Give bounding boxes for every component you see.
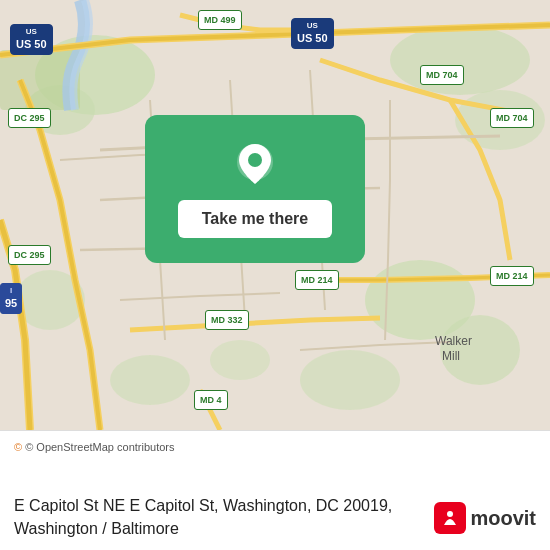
md499-badge: MD 499 [198,10,242,30]
svg-point-15 [248,153,262,167]
moovit-icon [434,502,466,534]
us50-right-badge: US US 50 [291,18,334,49]
svg-point-11 [210,340,270,380]
info-bar: © © OpenStreetMap contributors E Capitol… [0,430,550,550]
svg-text:Walker: Walker [435,334,472,348]
md4-badge: MD 4 [194,390,228,410]
osm-attribution: © © OpenStreetMap contributors [14,441,536,453]
overlay-panel: Take me there [145,115,365,263]
dc295-bottom-badge: DC 295 [8,245,51,265]
svg-point-9 [110,355,190,405]
md214-right-badge: MD 214 [490,266,534,286]
us50-left-badge: US US 50 [10,24,53,55]
md704-top-badge: MD 704 [420,65,464,85]
location-pin-icon [231,140,279,188]
md214-left-badge: MD 214 [295,270,339,290]
map-container: Walker Mill US US 50 US US 50 MD 499 DC … [0,0,550,550]
osm-text: © OpenStreetMap contributors [25,441,174,453]
moovit-logo: moovit [434,502,536,534]
md704-right-badge: MD 704 [490,108,534,128]
take-me-there-button[interactable]: Take me there [178,200,332,238]
svg-point-8 [300,350,400,410]
address-line1: E Capitol St NE E Capitol St, Washington… [14,497,392,514]
moovit-label: moovit [470,507,536,530]
md332-badge: MD 332 [205,310,249,330]
i95-badge: I 95 [0,283,22,314]
address-line2: Washington / Baltimore [14,520,179,537]
svg-point-17 [447,511,453,517]
dc295-top-badge: DC 295 [8,108,51,128]
svg-text:Mill: Mill [442,349,460,363]
osm-copyright: © [14,441,22,453]
